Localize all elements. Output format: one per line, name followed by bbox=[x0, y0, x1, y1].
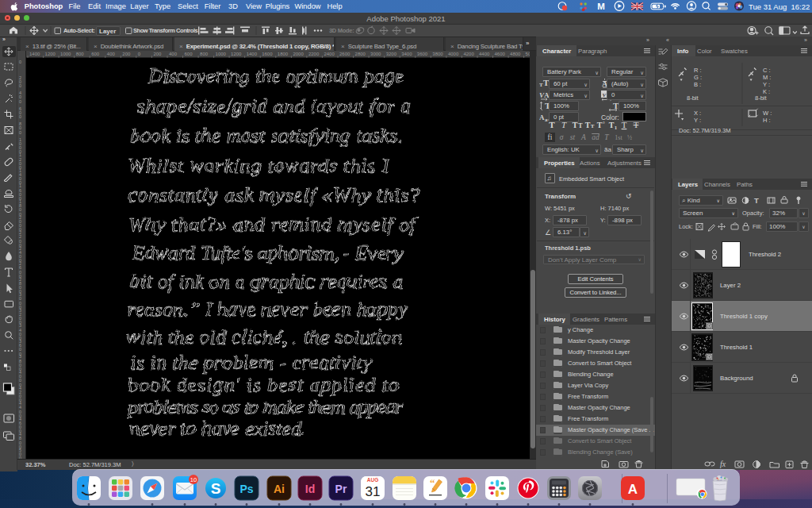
svg-text:T: T bbox=[585, 121, 591, 129]
svg-text:½: ½ bbox=[627, 134, 632, 141]
svg-text:reason.” I have never been hap: reason.” I have never been happy bbox=[127, 297, 406, 320]
svg-text:constantly ask myself «Why thi: constantly ask myself «Why this? bbox=[127, 183, 419, 206]
svg-text:Pr: Pr bbox=[335, 483, 347, 495]
svg-text:problems so as to make them ap: problems so as to make them appear bbox=[125, 394, 403, 418]
svg-text:T: T bbox=[549, 120, 555, 129]
svg-text:T: T bbox=[561, 120, 567, 129]
svg-text:Ai: Ai bbox=[274, 483, 285, 495]
svg-text:book is the most satisfying ta: book is the most satisfying tasks. bbox=[129, 123, 402, 146]
svg-text:10: 10 bbox=[190, 476, 197, 483]
svg-text:°: ° bbox=[603, 121, 605, 127]
svg-text:M: M bbox=[597, 2, 605, 11]
svg-text:S: S bbox=[211, 480, 221, 497]
svg-text:fx: fx bbox=[720, 460, 726, 468]
svg-text:ad: ad bbox=[592, 133, 599, 141]
svg-text:Whilst working towards this I: Whilst working towards this I bbox=[127, 153, 389, 176]
svg-text:T: T bbox=[578, 122, 583, 129]
svg-text:T: T bbox=[604, 133, 609, 141]
svg-text:is in the problem - creativity: is in the problem - creativity bbox=[129, 350, 371, 373]
svg-text:never to have existed.: never to have existed. bbox=[129, 416, 305, 439]
svg-text:Why that?» and remind myself o: Why that?» and remind myself of bbox=[127, 212, 418, 235]
svg-text:Id: Id bbox=[305, 483, 315, 495]
svg-text:1: 1 bbox=[615, 125, 618, 131]
svg-text:AUG: AUG bbox=[367, 477, 378, 483]
svg-text:shape/size/grid and layout for: shape/size/grid and layout for a bbox=[136, 94, 410, 117]
svg-text:with the old cliché, . the sol: with the old cliché, . the solution bbox=[125, 325, 402, 348]
svg-text:st: st bbox=[570, 133, 576, 141]
svg-text:T: T bbox=[539, 82, 543, 88]
svg-text:T: T bbox=[609, 121, 615, 129]
svg-text:A: A bbox=[628, 482, 638, 497]
svg-text:T: T bbox=[634, 120, 639, 129]
svg-text:book design' is best applied t: book design' is best applied to bbox=[127, 372, 398, 395]
svg-text:T: T bbox=[597, 121, 603, 129]
svg-text:A: A bbox=[580, 133, 586, 141]
svg-text:T: T bbox=[573, 121, 578, 129]
svg-text:Ps: Ps bbox=[239, 483, 253, 495]
svg-text:31: 31 bbox=[366, 484, 381, 499]
svg-text:bit of ink on a graphic requir: bit of ink on a graphic requires a bbox=[129, 269, 402, 292]
svg-text:T: T bbox=[754, 196, 759, 205]
svg-text:σ: σ bbox=[560, 133, 564, 141]
svg-text:Discovering the optimum page: Discovering the optimum page bbox=[147, 64, 403, 87]
svg-text:fi: fi bbox=[548, 133, 553, 141]
svg-text:T: T bbox=[591, 123, 595, 129]
svg-text:1st: 1st bbox=[615, 134, 622, 141]
svg-text:Edward Tufte's aphorism, - Eve: Edward Tufte's aphorism, - Every bbox=[130, 241, 402, 264]
svg-text:T: T bbox=[622, 120, 627, 129]
